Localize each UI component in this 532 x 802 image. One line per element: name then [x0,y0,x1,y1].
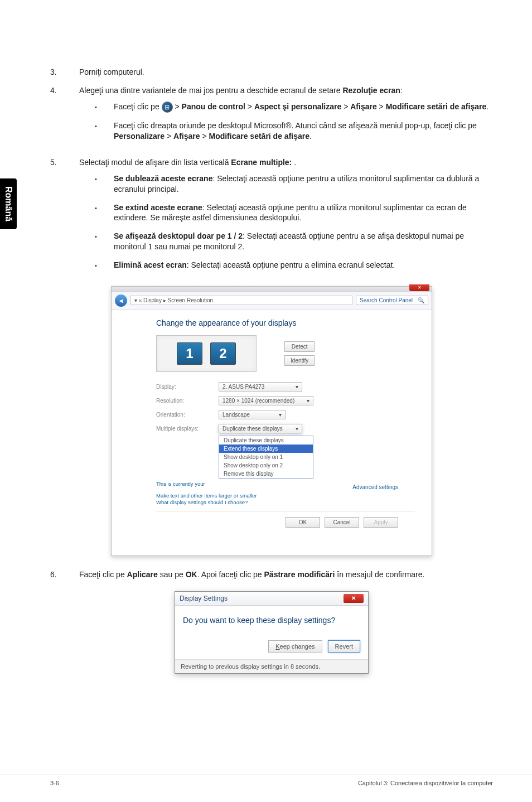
identify-button[interactable]: Identify [284,355,315,366]
menu-item-show1[interactable]: Show desktop only on 1 [219,453,313,461]
bullet-icon: • [95,120,114,142]
chevron-down-icon: ▾ [296,426,298,432]
step-4: 4. Alegeţi una dintre variantele de mai … [50,85,493,149]
dialog-title: Display Settings [180,595,228,602]
detect-button[interactable]: Detect [284,341,315,352]
revert-button[interactable]: Revert [328,640,360,653]
display-dropdown[interactable]: 2. ASUS PA4273▾ [219,382,302,392]
multiple-displays-dropdown[interactable]: Duplicate these displays▾ [219,424,302,433]
bullet-icon: • [95,102,114,113]
orientation-dropdown[interactable]: Landscape▾ [219,410,286,419]
language-label: Română [4,186,13,221]
monitor-2-icon[interactable]: 2 [210,342,236,365]
step4-bullet-2: • Faceţi clic dreapta oriunde pe desktop… [95,120,493,142]
link-what-settings[interactable]: What display settings should I choose? [156,499,415,506]
bullet-text: Elimină acest ecran: Selectaţi această o… [114,260,395,270]
orientation-label: Orientation: [156,412,210,418]
keep-changes-button[interactable]: Keep changes [268,640,322,653]
bullet-text: Faceţi clic pe > Panou de control > Aspe… [114,102,489,113]
step-number: 3. [50,67,79,78]
resolution-label: Resolution: [156,398,210,404]
step-number: 5. [50,157,79,278]
step-text: Porniţi computerul. [79,67,493,78]
search-placeholder: Search Control Panel [360,297,413,303]
menu-item-duplicate[interactable]: Duplicate these displays [219,436,313,445]
search-icon: 🔍 [418,297,424,303]
monitor-preview[interactable]: 1 2 [156,335,257,372]
step-6: 6. Faceţi clic pe Aplicare sau pe OK. Ap… [50,569,493,580]
start-icon [162,102,173,113]
cancel-button[interactable]: Cancel [325,517,359,528]
link-text-size[interactable]: Make text and other items larger or smal… [156,492,415,499]
bullet-icon: • [95,202,114,224]
step-3: 3. Porniţi computerul. [50,67,493,78]
window-titlebar: ✕ [112,287,432,292]
window-heading: Change the appearance of your displays [156,318,415,327]
chevron-down-icon: ▾ [279,412,282,418]
step4-intro: Alegeţi una dintre variantele de mai jos… [79,86,403,95]
nav-back-icon[interactable]: ◄ [115,294,127,307]
bullet-icon: • [95,231,114,252]
chapter-title: Capitolul 3: Conectarea dispozitivelor l… [358,780,493,786]
close-icon[interactable]: ✕ [344,594,364,603]
multiple-displays-label: Multiple displays: [156,426,210,432]
step4-bullet-1: • Faceţi clic pe > Panou de control > As… [95,102,493,113]
step5-opt-2: • Se extind aceste ecrane: Selectaţi ace… [95,202,493,224]
menu-item-extend[interactable]: Extend these displays [219,445,313,453]
currently-text: This is currently your [156,481,205,490]
menu-item-show2[interactable]: Show desktop only on 2 [219,461,313,470]
display-label: Display: [156,384,210,390]
multiple-displays-menu: Duplicate these displays Extend these di… [219,436,313,479]
bullet-text: Faceţi clic dreapta oriunde pe desktopul… [114,120,493,142]
menu-item-remove[interactable]: Remove this display [219,470,313,478]
ok-button[interactable]: OK [286,517,320,528]
dialog-footer: Reverting to previous display settings i… [175,659,368,673]
display-settings-dialog: Display Settings ✕ Do you want to keep t… [175,591,369,674]
close-icon[interactable]: ✕ [409,284,429,291]
page-number: 3-6 [50,780,59,786]
step5-opt-3: • Se afişează desktopul doar pe 1 / 2: S… [95,231,493,252]
monitor-1-icon[interactable]: 1 [177,342,202,365]
breadcrumb[interactable]: ▾ « Display ▸ Screen Resolution [130,296,352,305]
resolution-dropdown[interactable]: 1280 × 1024 (recommended)▾ [219,396,313,405]
window-navbar: ◄ ▾ « Display ▸ Screen Resolution Search… [112,292,432,310]
step-5: 5. Selectaţi modul de afişare din lista … [50,157,493,278]
bullet-text: Se afişează desktopul doar pe 1 / 2: Sel… [114,231,493,252]
step-number: 4. [50,85,79,149]
apply-button[interactable]: Apply [364,517,398,528]
step-number: 6. [50,569,79,580]
language-tab: Română [0,178,17,229]
chevron-down-icon: ▾ [296,384,298,390]
search-input[interactable]: Search Control Panel 🔍 [356,296,428,305]
page-content: 3. Porniţi computerul. 4. Alegeţi una di… [0,0,532,718]
bullet-icon: • [95,260,114,270]
step5-opt-4: • Elimină acest ecran: Selectaţi această… [95,260,493,270]
dialog-titlebar: Display Settings ✕ [175,592,368,606]
chevron-down-icon: ▾ [307,398,309,404]
advanced-settings-link[interactable]: Advanced settings [352,484,398,490]
step6-text: Faceţi clic pe Aplicare sau pe OK. Apoi … [79,569,493,580]
bullet-icon: • [95,173,114,195]
dialog-question: Do you want to keep these display settin… [175,606,368,640]
bullet-text: Se extind aceste ecrane: Selectaţi aceas… [114,202,493,224]
screen-resolution-window: ✕ ◄ ▾ « Display ▸ Screen Resolution Sear… [111,286,432,556]
step5-opt-1: • Se dublează aceste ecrane: Selectaţi a… [95,173,493,195]
page-footer: 3-6 Capitolul 3: Conectarea dispozitivel… [0,775,532,786]
step5-intro: Selectaţi modul de afişare din lista ver… [79,158,296,167]
bullet-text: Se dublează aceste ecrane: Selectaţi ace… [114,173,493,195]
